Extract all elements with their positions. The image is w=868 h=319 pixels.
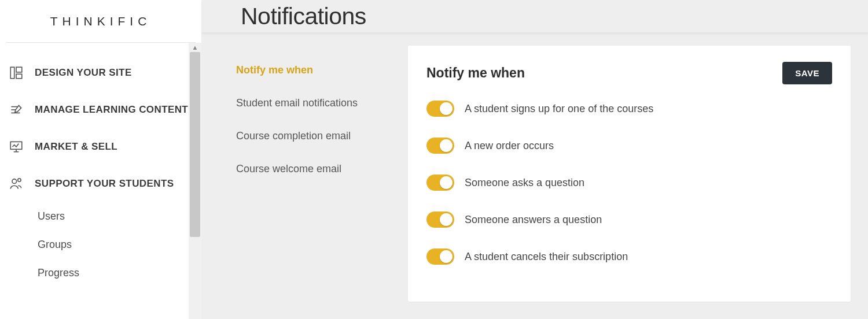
- toggle-signup[interactable]: [426, 101, 454, 117]
- sidebar-item-manage[interactable]: MANAGE LEARNING CONTENT: [0, 91, 201, 128]
- sidebar-subitem-groups[interactable]: Groups: [38, 231, 201, 259]
- scroll-up-arrow-icon[interactable]: ▲: [189, 43, 201, 52]
- svg-rect-1: [16, 67, 22, 72]
- card-header: Notify me when SAVE: [426, 62, 832, 84]
- sidebar-subitem-users[interactable]: Users: [38, 202, 201, 231]
- toggle-label: A student cancels their subscription: [465, 251, 628, 263]
- sidebar: THINKIFIC DESIGN YOUR SITE MANAGE LEARNI…: [0, 0, 201, 319]
- toggle-asks-question[interactable]: [426, 175, 454, 191]
- brand-logo: THINKIFIC: [50, 14, 152, 28]
- scrollbar-thumb[interactable]: [190, 52, 200, 237]
- subnav-item-course-welcome[interactable]: Course welcome email: [236, 153, 396, 186]
- content-row: Notify me when Student email notificatio…: [201, 33, 868, 319]
- design-icon: [8, 65, 24, 81]
- sidebar-item-label: DESIGN YOUR SITE: [35, 67, 132, 79]
- subnav-item-student-email[interactable]: Student email notifications: [236, 87, 396, 120]
- toggle-label: A new order occurs: [465, 140, 554, 152]
- logo-area: THINKIFIC: [6, 0, 196, 43]
- toggle-label: Someone answers a question: [465, 214, 602, 226]
- sidebar-item-label: SUPPORT YOUR STUDENTS: [35, 178, 174, 190]
- sidebar-subnav: Users Groups Progress: [0, 202, 201, 287]
- users-icon: [8, 176, 24, 192]
- svg-point-4: [12, 179, 17, 184]
- toggle-answers-question[interactable]: [426, 212, 454, 228]
- toggle-cancels[interactable]: [426, 248, 454, 265]
- sidebar-item-market[interactable]: MARKET & SELL: [0, 128, 201, 165]
- sidebar-nav: DESIGN YOUR SITE MANAGE LEARNING CONTENT…: [0, 43, 201, 319]
- subnav-item-course-completion[interactable]: Course completion email: [236, 120, 396, 153]
- main-area: Notifications Notify me when Student ema…: [201, 0, 868, 319]
- toggle-row-cancels: A student cancels their subscription: [426, 248, 832, 265]
- svg-point-5: [18, 179, 21, 181]
- toggle-row-answers-question: Someone answers a question: [426, 212, 832, 228]
- toggle-row-asks-question: Someone asks a question: [426, 175, 832, 191]
- sidebar-item-support[interactable]: SUPPORT YOUR STUDENTS: [0, 165, 201, 202]
- toggle-label: A student signs up for one of the course…: [465, 103, 653, 115]
- page-header: Notifications: [201, 0, 868, 33]
- toggle-knob: [440, 213, 453, 226]
- card-title: Notify me when: [426, 65, 525, 81]
- settings-subnav: Notify me when Student email notificatio…: [201, 33, 408, 319]
- settings-card: Notify me when SAVE A student signs up f…: [408, 46, 851, 302]
- subnav-item-notify-me[interactable]: Notify me when: [236, 54, 396, 87]
- svg-rect-0: [10, 67, 14, 79]
- toggle-knob: [440, 102, 453, 115]
- toggle-row-signup: A student signs up for one of the course…: [426, 101, 832, 117]
- svg-rect-2: [16, 74, 22, 79]
- chart-presentation-icon: [8, 139, 24, 155]
- toggle-label: Someone asks a question: [465, 177, 584, 189]
- sidebar-item-label: MANAGE LEARNING CONTENT: [35, 104, 188, 116]
- toggle-knob: [440, 139, 453, 152]
- sidebar-subitem-progress[interactable]: Progress: [38, 259, 201, 287]
- toggle-knob: [440, 250, 453, 263]
- save-button[interactable]: SAVE: [782, 62, 832, 84]
- toggle-row-order: A new order occurs: [426, 138, 832, 154]
- edit-icon: [8, 102, 24, 118]
- sidebar-scrollbar[interactable]: ▲: [189, 43, 201, 319]
- sidebar-item-label: MARKET & SELL: [35, 141, 117, 153]
- toggle-knob: [440, 176, 453, 189]
- toggle-order[interactable]: [426, 138, 454, 154]
- sidebar-item-design[interactable]: DESIGN YOUR SITE: [0, 54, 201, 91]
- page-title: Notifications: [241, 3, 366, 30]
- svg-rect-3: [10, 142, 22, 149]
